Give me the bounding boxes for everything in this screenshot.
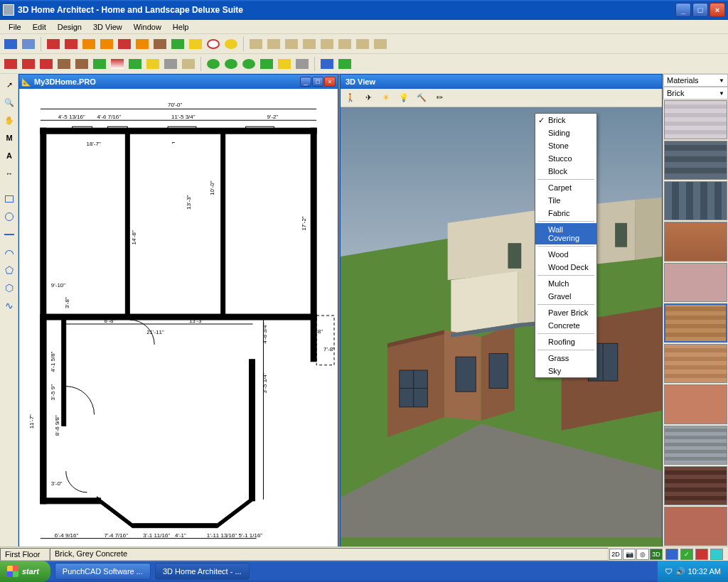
material-option-sky[interactable]: Sky [535, 365, 596, 377]
shape-poly-icon[interactable]: ⬠ [1, 262, 17, 278]
tool-measure-icon[interactable]: M [1, 130, 17, 146]
floorplan-close-button[interactable]: × [324, 77, 336, 87]
menu-design[interactable]: Design [52, 21, 87, 33]
start-button[interactable]: start [0, 561, 50, 582]
swatch-brick-tan-selected[interactable] [664, 303, 727, 343]
tool-grass-icon[interactable] [127, 56, 143, 72]
tool-table-icon[interactable] [152, 36, 168, 52]
tool-bush-icon[interactable] [92, 56, 107, 72]
tool-path-icon[interactable] [294, 56, 310, 72]
close-button[interactable]: × [710, 3, 725, 17]
material-option-brick[interactable]: Brick [535, 114, 596, 126]
tray-icon-2[interactable]: 🔊 [675, 567, 685, 576]
swatch-brick-pink[interactable] [664, 263, 727, 302]
tool-grid-icon[interactable] [3, 36, 18, 52]
tool-roof2-icon[interactable] [266, 36, 282, 52]
tool-bulb-icon[interactable] [223, 36, 239, 52]
shape-hex-icon[interactable]: ⬡ [1, 280, 17, 296]
3d-tool-icon[interactable]: ✏ [432, 90, 447, 106]
status-2d-button[interactable]: 2D [609, 549, 622, 560]
system-tray[interactable]: 🛡 🔊 10:32 AM [658, 561, 728, 582]
taskbar-item-punchcad[interactable]: PunchCAD Software ... [55, 563, 151, 580]
tray-icon-1[interactable]: 🛡 [665, 567, 673, 576]
tool-bench-icon[interactable] [99, 36, 114, 52]
tool-text-icon[interactable]: A [1, 148, 17, 163]
floorplan-titlebar[interactable]: 📐 My3DHome.PRO _ □ × [19, 75, 338, 89]
status-camera-button[interactable]: 📷 [623, 549, 636, 560]
tool-nosmoking-icon[interactable] [205, 36, 221, 52]
material-option-block[interactable]: Block [535, 165, 596, 178]
tool-plant-icon[interactable] [170, 36, 186, 52]
taskbar-item-3dhome[interactable]: 3D Home Architect - ... [155, 563, 250, 580]
material-option-stucco[interactable]: Stucco [535, 152, 596, 165]
floorplan-canvas[interactable]: 70'-0" 4'-5 13/16" 4'-6 7/16" 11'-5 3/4"… [19, 89, 338, 546]
material-option-wall-covering[interactable]: Wall Covering [535, 223, 596, 244]
material-option-carpet[interactable]: Carpet [535, 181, 596, 194]
3dview-titlebar[interactable]: 3D View [341, 75, 662, 89]
shape-rect-icon[interactable] [1, 191, 17, 207]
tool-shrub-icon[interactable] [259, 56, 274, 72]
swatch-brick-dark[interactable] [664, 466, 727, 505]
tool-tree1-icon[interactable] [205, 56, 221, 72]
tool-roof7-icon[interactable] [355, 36, 370, 52]
tool-furniture-red-icon[interactable] [46, 36, 61, 52]
swatch-brick-brown[interactable] [664, 344, 727, 383]
status-floor[interactable]: First Floor [0, 548, 50, 561]
tool-pointer-icon[interactable]: ➚ [1, 77, 17, 92]
tool-vehicle-icon[interactable] [21, 56, 36, 72]
tool-truck-icon[interactable] [38, 56, 54, 72]
tool-sofa-icon[interactable] [117, 36, 132, 52]
tool-zoom-icon[interactable]: 🔍 [1, 95, 17, 110]
status-pal-cyan[interactable] [710, 549, 723, 560]
tool-roof5-icon[interactable] [319, 36, 335, 52]
swatch-brick-red[interactable] [664, 507, 727, 546]
tool-roof4-icon[interactable] [301, 36, 317, 52]
3d-fly-icon[interactable]: ✈ [360, 90, 376, 106]
tool-car-icon[interactable] [3, 56, 18, 72]
maximize-button[interactable]: □ [692, 3, 708, 17]
status-target-button[interactable]: ◎ [636, 549, 649, 560]
material-option-fabric[interactable]: Fabric [535, 207, 596, 220]
swatch-brick-slate[interactable] [664, 181, 727, 220]
tool-water-icon[interactable] [319, 56, 335, 72]
tool-mower-icon[interactable] [277, 56, 292, 72]
tool-bridge-icon[interactable] [56, 56, 72, 72]
status-3d-button[interactable]: 3D [650, 549, 663, 560]
floorplan-max-button[interactable]: □ [312, 77, 323, 87]
tool-roof8-icon[interactable] [373, 36, 388, 52]
3d-walk-icon[interactable]: 🚶 [343, 90, 358, 106]
shape-arc-icon[interactable] [1, 244, 17, 260]
status-pal-red[interactable] [695, 549, 708, 560]
material-option-concrete[interactable]: Concrete [535, 319, 596, 332]
tool-grid2-icon[interactable] [21, 36, 36, 52]
3d-hammer-icon[interactable]: 🔨 [414, 90, 429, 106]
tool-roof3-icon[interactable] [284, 36, 299, 52]
status-pal-blue[interactable] [665, 549, 678, 560]
tool-lamp-icon[interactable] [188, 36, 203, 52]
tool-rocks-icon[interactable] [163, 56, 178, 72]
tool-slide-icon[interactable] [145, 56, 161, 72]
minimize-button[interactable]: _ [675, 3, 691, 17]
tool-flag-icon[interactable] [109, 56, 125, 72]
swatch-brick-orange[interactable] [664, 222, 727, 261]
material-option-gravel[interactable]: Gravel [535, 290, 596, 303]
tool-pan-icon[interactable]: ✋ [1, 112, 17, 128]
material-option-grass[interactable]: Grass [535, 352, 596, 365]
materials-category-select[interactable]: Brick ▼ [663, 87, 728, 99]
tool-roof6-icon[interactable] [337, 36, 353, 52]
swatch-brick-white[interactable] [664, 100, 727, 139]
material-option-roofing[interactable]: Roofing [535, 335, 596, 348]
tool-dimension-icon[interactable]: ↔ [1, 166, 17, 181]
status-pal-check[interactable]: ✓ [680, 549, 693, 560]
material-option-siding[interactable]: Siding [535, 126, 596, 139]
tool-fence-icon[interactable] [74, 56, 90, 72]
tool-tree2-icon[interactable] [223, 56, 239, 72]
3d-sun-icon[interactable]: ☀ [378, 90, 394, 106]
material-option-wood-deck[interactable]: Wood Deck [535, 261, 596, 274]
tool-tree3-icon[interactable] [241, 56, 257, 72]
3dview-canvas[interactable] [341, 107, 662, 546]
swatch-brick-grey[interactable] [664, 426, 727, 465]
tool-chair-icon[interactable] [81, 36, 97, 52]
materials-header[interactable]: Materials ▼ [663, 74, 728, 87]
tool-bed-icon[interactable] [134, 36, 150, 52]
